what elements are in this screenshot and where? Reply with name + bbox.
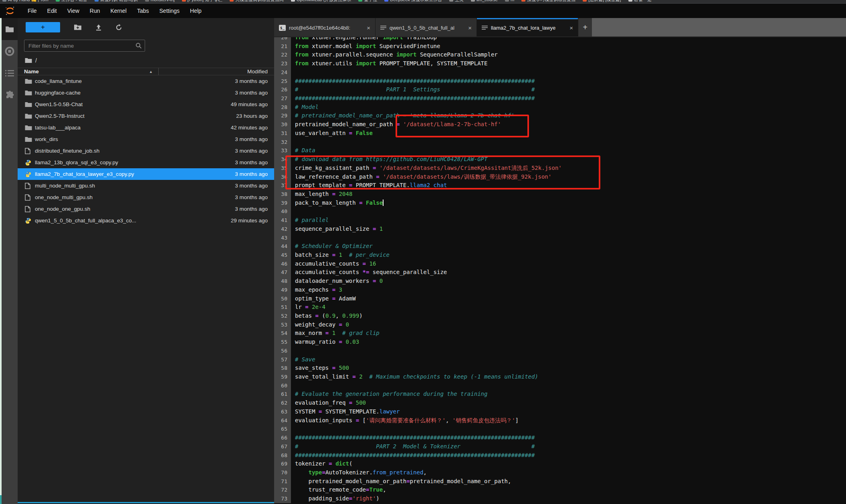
line-content <box>291 207 846 216</box>
bookmark-item[interactable]: 主页 <box>449 0 464 3</box>
code-line: 27######################################… <box>274 94 846 103</box>
line-content <box>291 68 846 77</box>
tab-llama2_7b_chat_lora_lawye[interactable]: llama2_7b_chat_lora_lawye× <box>477 18 578 36</box>
line-number: 36 <box>274 173 291 181</box>
bookmark-item[interactable]: llm_course <box>471 0 498 2</box>
code-line: 22from xtuner.parallel.sequence import S… <box>274 50 846 59</box>
code-line: 54max_norm = 1 # grad clip <box>274 329 846 338</box>
code-line: 35crime_kg_assitant_path = '/dataset/dat… <box>274 164 846 173</box>
menu-item-view[interactable]: View <box>62 5 85 16</box>
bookmark-item[interactable]: 百度内训 销售/培训 <box>95 0 138 3</box>
code-line: 23from xtuner.utils import PROMPT_TEMPLA… <box>274 59 846 68</box>
file-row[interactable]: llama2_7b_chat_lora_lawyer_e3_copy.py3 m… <box>18 168 274 180</box>
line-number: 41 <box>274 216 291 225</box>
menu-item-help[interactable]: Help <box>185 5 207 16</box>
bookmark-item[interactable]: 语雀一览 <box>628 0 652 3</box>
breadcrumb[interactable]: / <box>18 52 274 68</box>
line-number: 46 <box>274 260 291 268</box>
bookmark-item[interactable]: 深度学习模型训练营直播 <box>521 0 575 3</box>
tab-close-icon[interactable]: × <box>569 24 574 31</box>
file-row[interactable]: qwen1_5_0_5b_chat_full_alpaca_e3_co...29… <box>18 215 274 226</box>
sidebar-item-extension-manager[interactable] <box>2 84 18 106</box>
line-content <box>291 138 846 147</box>
column-header-name[interactable]: Name <box>18 69 149 75</box>
tab-qwen1_5_0_5b_chat_full_al[interactable]: qwen1_5_0_5b_chat_full_al× <box>376 18 477 36</box>
line-content: # PART 1 Settings # <box>291 85 846 94</box>
file-row[interactable]: work_dirs3 months ago <box>18 133 274 145</box>
menu-item-edit[interactable]: Edit <box>42 5 62 16</box>
tab-label: llama2_7b_chat_lora_lawye <box>491 25 565 31</box>
bookmark-favicon <box>471 0 475 2</box>
code-line: 48dataloader_num_workers = 0 <box>274 277 846 286</box>
file-row[interactable]: Qwen1.5-0.5B-Chat49 minutes ago <box>18 99 274 110</box>
bookmark-favicon <box>291 0 295 2</box>
bookmark-item[interactable]: Deepseek 深度求索工作台 <box>384 0 442 3</box>
menu-item-run[interactable]: Run <box>85 5 105 16</box>
file-row[interactable]: tatsu-lab___alpaca42 minutes ago <box>18 122 274 133</box>
line-number: 21 <box>274 42 291 51</box>
bookmark-item[interactable]: monsterv-inj <box>145 0 175 2</box>
line-content: sequence_parallel_size = 1 <box>291 225 846 234</box>
line-content: law_reference_data_path = '/dataset/data… <box>291 173 846 181</box>
code-editor[interactable]: 20from xtuner.engine.runner import Train… <box>274 37 846 504</box>
code-line: 49max_epochs = 3 <box>274 286 846 294</box>
sidebar-item-file-browser[interactable] <box>2 18 18 40</box>
file-row[interactable]: huggingface-cache3 months ago <box>18 87 274 99</box>
line-content: accumulative_counts *= sequence_parallel… <box>291 268 846 277</box>
file-row[interactable]: llama2_13b_qlora_sql_e3_copy.py3 months … <box>18 157 274 168</box>
bookmark-item[interactable]: OpenMMLab (开放算法体系 <box>291 0 351 3</box>
bookmark-item[interactable]: 大模型微调训练营直播间 <box>230 0 284 3</box>
menu-item-settings[interactable]: Settings <box>154 5 185 16</box>
line-content: ########################################… <box>291 433 846 442</box>
file-row[interactable]: Qwen2.5-7B-Instruct23 hours ago <box>18 110 274 122</box>
python-file-icon <box>25 159 31 166</box>
menu-item-file[interactable]: File <box>22 5 42 16</box>
menu-item-tabs[interactable]: Tabs <box>132 5 154 16</box>
line-number: 20 <box>274 37 291 42</box>
line-content: evaluation_inputs = ['请问离婚需要准备什么材料？', '销… <box>291 416 846 425</box>
file-name: qwen1_5_0_5b_chat_full_alpaca_e3_co... <box>35 218 159 224</box>
line-number: 24 <box>274 68 291 77</box>
file-name: tatsu-lab___alpaca <box>35 125 159 131</box>
line-content: betas = (0.9, 0.999) <box>291 312 846 321</box>
bookmark-item[interactable]: 量子位 <box>358 0 377 3</box>
upload-button[interactable] <box>95 24 102 31</box>
sidebar-item-running-sessions[interactable] <box>2 40 18 62</box>
bookmark-favicon <box>2 0 6 2</box>
bookmark-item[interactable]: [Python] 知乎专栏 <box>182 0 222 3</box>
bookmark-item[interactable]: AI by Hand ✍ | Tom <box>2 0 48 2</box>
new-launcher-button[interactable]: + <box>26 22 60 32</box>
code-line: 20from xtuner.engine.runner import Train… <box>274 37 846 42</box>
bookmark-item[interactable]: [进阶篇] [模型篇] <box>583 0 621 3</box>
code-line: 66######################################… <box>274 433 846 442</box>
file-row[interactable]: one_node_multi_gpu.sh3 months ago <box>18 192 274 203</box>
refresh-button[interactable] <box>115 24 122 31</box>
new-folder-button[interactable] <box>74 24 82 30</box>
line-content: crime_kg_assitant_path = '/dataset/datas… <box>291 164 846 173</box>
menu-item-kernel[interactable]: Kernel <box>105 5 131 16</box>
file-row[interactable]: multi_node_multi_gpu.sh3 months ago <box>18 180 274 192</box>
file-list-header[interactable]: Name ▲ Modified <box>18 68 274 75</box>
code-line: 37prompt_template = PROMPT_TEMPLATE.llam… <box>274 181 846 190</box>
file-name: distributed_finetune_job.sh <box>35 148 159 154</box>
file-row[interactable]: distributed_finetune_job.sh3 months ago <box>18 145 274 157</box>
line-content: save_total_limit = 2 # Maximum checkpoin… <box>291 373 846 381</box>
new-tab-button[interactable]: + <box>578 18 592 36</box>
line-content: # pretrained_model_name_or_path = 'meta-… <box>291 111 846 120</box>
tab-close-icon[interactable]: × <box>467 24 472 31</box>
sidebar-item-table-of-contents[interactable] <box>2 62 18 84</box>
file-modified: 3 months ago <box>159 194 274 200</box>
filter-files-input[interactable] <box>24 40 145 52</box>
line-number: 27 <box>274 94 291 103</box>
tab-terminal[interactable]: $_root@e54d7ff0c1e64c4b8:× <box>274 18 375 36</box>
bookmark-item[interactable]: 工作台 - 销售 <box>56 0 87 3</box>
bookmark-favicon <box>521 0 525 2</box>
code-line: 45batch_size = 1 # per_device <box>274 251 846 260</box>
breadcrumb-folder-icon <box>25 58 32 63</box>
tab-close-icon[interactable]: × <box>366 24 371 31</box>
file-row[interactable]: one_node_one_gpu.sh3 months ago <box>18 203 274 215</box>
column-header-modified[interactable]: Modified <box>159 69 274 75</box>
file-row[interactable]: code_llama_fintune3 months ago <box>18 75 274 87</box>
line-content: tokenizer = dict( <box>291 460 846 468</box>
bookmark-item[interactable]: m <box>505 0 514 2</box>
